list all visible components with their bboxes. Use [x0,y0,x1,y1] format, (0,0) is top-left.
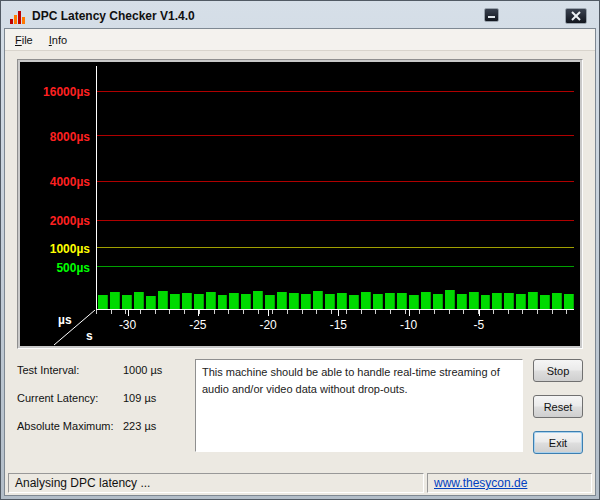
latency-bar [265,295,275,309]
latency-bar [540,295,550,309]
latency-bar [241,294,251,309]
latency-bar [313,291,323,309]
latency-bar [182,293,192,309]
latency-bar [457,294,467,309]
latency-bar [289,293,299,309]
x-tick-label: -15 [330,318,347,332]
latency-bar [361,292,371,309]
minor-ticks [96,310,574,314]
gridline-2000 [97,220,574,221]
latency-bar [325,294,335,309]
latency-bar [528,292,538,309]
y-axis-label-2000: 2000µs [20,214,90,228]
x-axis: -30-25-20-15-10-5 [96,310,574,346]
x-unit-label: s [86,329,93,343]
gridline-1000 [97,247,574,248]
x-tick-label: -5 [474,318,485,332]
status-link-pane: www.thesycon.de [427,473,592,493]
button-column: StopResetExit [533,359,583,454]
latency-bar [469,292,479,309]
latency-bar [253,291,263,309]
latency-bar [218,295,228,309]
latency-bar [445,290,455,309]
x-major-tick [268,310,269,316]
latency-bar [421,292,431,309]
gridline-8000 [97,135,574,136]
x-tick-label: -30 [119,318,136,332]
latency-bar [337,293,347,309]
status-text: Analysing DPC latency ... [8,473,424,493]
bar-chart-icon [10,9,27,24]
stat-label: Current Latency: [17,392,123,404]
close-icon [571,11,581,21]
latency-bar [552,293,562,309]
menu-item-file[interactable]: File [7,31,41,49]
x-major-tick [479,310,480,316]
latency-bar [194,294,204,309]
title-bar[interactable]: DPC Latency Checker V1.4.0 [4,4,596,28]
y-unit-label: µs [58,313,72,327]
y-axis-label-4000: 4000µs [20,175,90,189]
x-major-tick [128,310,129,316]
latency-bar [301,294,311,309]
reset-button[interactable]: Reset [533,395,583,418]
latency-bar [158,291,168,309]
latency-bar [122,295,132,309]
exit-button[interactable]: Exit [533,431,583,454]
minimize-button[interactable] [484,8,499,22]
latency-bar [98,295,108,309]
latency-bar [504,293,514,309]
chart-panel: 500µs1000µs2000µs4000µs8000µs16000µs -30… [17,59,583,349]
result-message: This machine should be able to handle re… [195,359,523,452]
stat-row-absolute-maximum: Absolute Maximum:223 µs [17,420,185,432]
latency-bar [110,292,120,309]
stat-value: 223 µs [123,420,156,432]
latency-bar [492,293,502,309]
latency-bar [409,295,419,309]
stat-row-test-interval: Test Interval:1000 µs [17,364,185,376]
gridline-16000 [97,91,574,92]
stat-value: 1000 µs [123,364,162,376]
y-axis-label-8000: 8000µs [20,130,90,144]
stat-value: 109 µs [123,392,156,404]
y-axis-labels: 500µs1000µs2000µs4000µs8000µs16000µs [20,66,92,310]
stat-label: Absolute Maximum: [17,420,123,432]
latency-chart: 500µs1000µs2000µs4000µs8000µs16000µs -30… [20,62,580,346]
app-window: DPC Latency Checker V1.4.0 FileInfo 500µ… [0,0,600,500]
thesycon-link[interactable]: www.thesycon.de [434,476,527,490]
menu-bar: FileInfo [5,29,595,51]
menu-item-info[interactable]: Info [41,31,75,49]
latency-bar [229,293,239,309]
latency-bar [349,295,359,309]
latency-bar [397,293,407,309]
latency-bar [516,294,526,309]
latency-bar [170,294,180,309]
stat-row-current-latency: Current Latency:109 µs [17,392,185,404]
latency-bar [277,292,287,309]
x-tick-label: -25 [189,318,206,332]
stat-label: Test Interval: [17,364,123,376]
close-button[interactable] [565,8,587,24]
gridline-500 [97,266,574,267]
bars [98,66,574,309]
latency-bar [385,293,395,309]
window-title: DPC Latency Checker V1.4.0 [32,9,195,23]
client-area: FileInfo 500µs1000µs2000µs4000µs8000µs16… [4,28,596,496]
y-axis-label-500: 500µs [20,261,90,275]
stats: Test Interval:1000 µsCurrent Latency:109… [17,359,185,448]
x-major-tick [409,310,410,316]
x-tick-label: -20 [259,318,276,332]
plot-area [96,66,574,310]
latency-bar [564,294,574,309]
x-major-tick [338,310,339,316]
stop-button[interactable]: Stop [533,359,583,382]
latency-bar [433,294,443,309]
gridline-4000 [97,181,574,182]
latency-bar [146,296,156,309]
info-section: Test Interval:1000 µsCurrent Latency:109… [17,359,583,467]
latency-bar [206,292,216,309]
latency-bar [481,295,491,309]
latency-bar [373,294,383,309]
minimize-icon [487,11,496,19]
status-bar: Analysing DPC latency ... www.thesycon.d… [5,471,595,495]
